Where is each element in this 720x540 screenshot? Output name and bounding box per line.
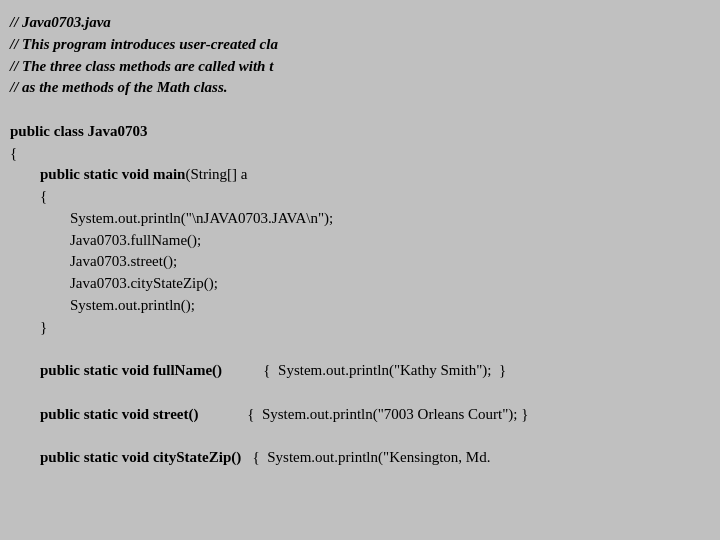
code-call-citystate: Java0703.cityStateZip(); <box>10 275 218 291</box>
code-open-brace: { <box>10 145 17 161</box>
code-main-brace: { <box>10 188 47 204</box>
code-call-street: Java0703.street(); <box>10 253 177 269</box>
code-println-1: System.out.println("\nJAVA0703.JAVA\n"); <box>10 210 333 226</box>
code-class-decl: public class Java0703 <box>10 123 148 139</box>
code-comment-1: // Java0703.java <box>10 14 111 30</box>
code-println-2: System.out.println(); <box>10 297 195 313</box>
code-citystate-method: public static void cityStateZip() { Syst… <box>10 449 490 465</box>
code-call-fullname: Java0703.fullName(); <box>10 232 201 248</box>
code-comment-2: // This program introduces user-created … <box>10 36 278 52</box>
code-comment-3: // The three class methods are called wi… <box>10 58 273 74</box>
code-fullname-method: public static void fullName() { System.o… <box>10 362 506 378</box>
code-editor: // Java0703.java // This program introdu… <box>0 0 720 540</box>
code-street-method: public static void street() { System.out… <box>10 406 528 422</box>
code-close-inner: } <box>10 319 47 335</box>
code-main-decl: public static void main(String[] a <box>10 166 248 182</box>
code-comment-4: // as the methods of the Math class. <box>10 79 228 95</box>
